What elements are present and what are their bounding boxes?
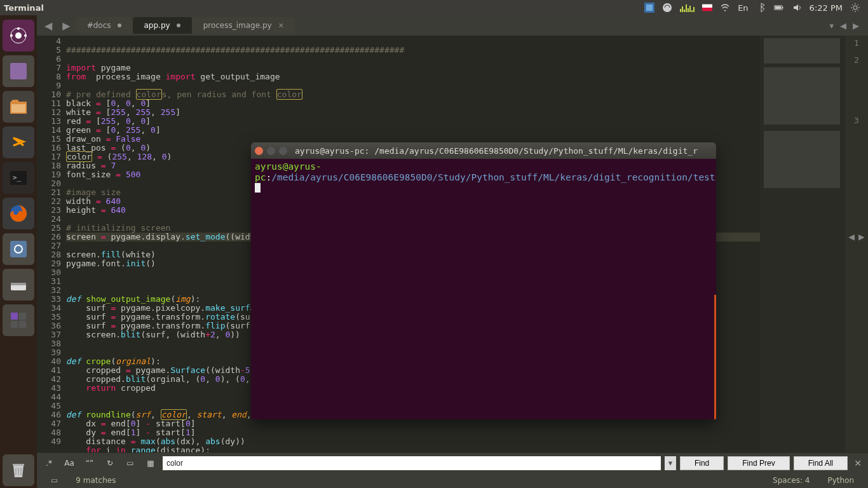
status-indent[interactable]: Spaces: 4 bbox=[773, 476, 810, 485]
tab-app-py[interactable]: app.py bbox=[133, 17, 192, 34]
tab-overflow-icon[interactable]: ▾ bbox=[829, 21, 834, 30]
tray-bluetooth-icon[interactable] bbox=[756, 3, 766, 13]
tray-cpu-graph[interactable] bbox=[680, 3, 695, 12]
tray-lang-indicator[interactable]: En bbox=[738, 3, 748, 13]
find-in-selection-toggle[interactable]: ▭ bbox=[122, 456, 139, 470]
pane-left-icon[interactable]: ◀ bbox=[848, 231, 855, 243]
svg-rect-4 bbox=[702, 8, 712, 11]
find-wrap-toggle[interactable]: ↻ bbox=[102, 456, 118, 470]
launcher-drive[interactable] bbox=[3, 269, 34, 301]
launcher-app1[interactable] bbox=[3, 55, 34, 87]
tab-docs[interactable]: #docs bbox=[76, 17, 133, 34]
tray-icon-app[interactable] bbox=[644, 3, 654, 13]
terminal-title: ayrus@ayrus-pc: /media/ayrus/C06E98606E9… bbox=[295, 146, 698, 156]
svg-rect-20 bbox=[10, 241, 27, 257]
svg-rect-3 bbox=[702, 4, 712, 8]
svg-rect-15 bbox=[11, 104, 25, 112]
window-title: Terminal bbox=[4, 3, 44, 13]
tray-volume-icon[interactable] bbox=[792, 3, 802, 13]
svg-rect-27 bbox=[19, 321, 26, 328]
tray-wifi-icon[interactable] bbox=[720, 3, 730, 13]
tab-label: app.py bbox=[144, 21, 170, 30]
find-close-icon[interactable]: ✕ bbox=[851, 458, 864, 468]
status-matches: 9 matches bbox=[76, 476, 116, 485]
tab-nav-back-icon[interactable]: ◀ bbox=[44, 20, 52, 32]
tab-close-icon[interactable]: ✕ bbox=[278, 22, 284, 30]
find-bar: .* Aa “” ↻ ▭ ▦ ▾ Find Find Prev Find All… bbox=[37, 452, 868, 473]
status-lang[interactable]: Python bbox=[827, 476, 854, 485]
find-input[interactable] bbox=[163, 456, 661, 470]
find-highlight-toggle[interactable]: ▦ bbox=[142, 456, 159, 470]
modified-dot-icon bbox=[177, 24, 180, 27]
launcher-files[interactable] bbox=[3, 91, 34, 123]
launcher-workspace[interactable] bbox=[3, 304, 34, 336]
terminal-window[interactable]: ayrus@ayrus-pc: /media/ayrus/C06E98606E9… bbox=[251, 142, 716, 419]
minimap-markers: 1 2 3 ◀▶ bbox=[845, 36, 868, 452]
line-gutter: 4567891011121314151617181920212223242526… bbox=[37, 36, 66, 452]
launcher-firefox[interactable] bbox=[3, 198, 34, 229]
terminal-titlebar[interactable]: ayrus@ayrus-pc: /media/ayrus/C06E98606E9… bbox=[251, 142, 716, 159]
svg-rect-23 bbox=[11, 283, 26, 285]
launcher-settings[interactable] bbox=[3, 233, 34, 265]
launcher-trash[interactable] bbox=[3, 454, 34, 486]
tray-gear-icon[interactable] bbox=[850, 3, 860, 13]
launcher-terminal[interactable]: >_ bbox=[3, 162, 34, 194]
find-prev-button[interactable]: Find Prev bbox=[728, 456, 789, 470]
pane-nav-right-icon[interactable]: ▶ bbox=[853, 21, 859, 30]
status-bar: ▭ 9 matches Spaces: 4 Python bbox=[37, 473, 868, 488]
tab-label: #docs bbox=[87, 21, 111, 30]
unity-launcher: >_ bbox=[0, 15, 37, 488]
minimap[interactable]: 1 2 3 ◀▶ bbox=[760, 36, 868, 452]
svg-rect-24 bbox=[11, 313, 18, 320]
pane-right-icon[interactable]: ▶ bbox=[858, 231, 865, 243]
svg-rect-28 bbox=[13, 464, 24, 466]
window-maximize-icon[interactable] bbox=[279, 147, 287, 155]
pane-nav-left-icon[interactable]: ◀ bbox=[840, 21, 846, 30]
svg-point-11 bbox=[10, 34, 13, 37]
modified-dot-icon bbox=[118, 24, 121, 27]
terminal-cursor bbox=[255, 183, 261, 193]
window-minimize-icon[interactable] bbox=[267, 147, 275, 155]
svg-rect-1 bbox=[646, 4, 653, 11]
svg-point-8 bbox=[853, 6, 857, 10]
find-case-toggle[interactable]: Aa bbox=[61, 456, 78, 470]
find-history-dropdown[interactable]: ▾ bbox=[665, 456, 676, 470]
find-all-button[interactable]: Find All bbox=[794, 456, 848, 470]
svg-point-10 bbox=[15, 32, 22, 39]
tab-process-image[interactable]: process_image.py✕ bbox=[192, 17, 295, 34]
tray-battery-icon[interactable] bbox=[774, 3, 784, 13]
svg-rect-7 bbox=[775, 6, 781, 10]
svg-point-12 bbox=[24, 34, 27, 37]
terminal-body[interactable]: ayrus@ayrus-pc:/media/ayrus/C06E98606E98… bbox=[251, 159, 716, 419]
svg-point-2 bbox=[663, 3, 672, 12]
svg-point-13 bbox=[17, 27, 20, 30]
tab-label: process_image.py bbox=[203, 21, 272, 30]
tab-nav-forward-icon[interactable]: ▶ bbox=[62, 20, 70, 32]
tray-icon-sync[interactable] bbox=[662, 3, 672, 13]
svg-rect-26 bbox=[11, 321, 18, 328]
status-panel-icon[interactable]: ▭ bbox=[51, 476, 58, 485]
window-close-icon[interactable] bbox=[255, 147, 263, 155]
find-button[interactable]: Find bbox=[680, 456, 724, 470]
find-whole-word-toggle[interactable]: “” bbox=[81, 456, 98, 470]
svg-rect-6 bbox=[782, 6, 783, 8]
tab-bar: ◀ ▶ #docs app.py process_image.py✕ ▾ ◀ ▶ bbox=[37, 15, 868, 36]
terminal-scrollbar[interactable] bbox=[714, 295, 716, 419]
launcher-sublime[interactable] bbox=[3, 126, 34, 158]
tray-clock[interactable]: 6:22 PM bbox=[810, 3, 843, 13]
svg-rect-14 bbox=[10, 63, 27, 79]
find-regex-toggle[interactable]: .* bbox=[41, 456, 57, 470]
svg-rect-25 bbox=[19, 313, 26, 320]
svg-text:>_: >_ bbox=[13, 173, 22, 182]
system-top-bar: Terminal En 6:22 PM bbox=[0, 0, 868, 15]
launcher-dash[interactable] bbox=[3, 20, 34, 51]
tray-flag-icon[interactable] bbox=[702, 3, 712, 13]
